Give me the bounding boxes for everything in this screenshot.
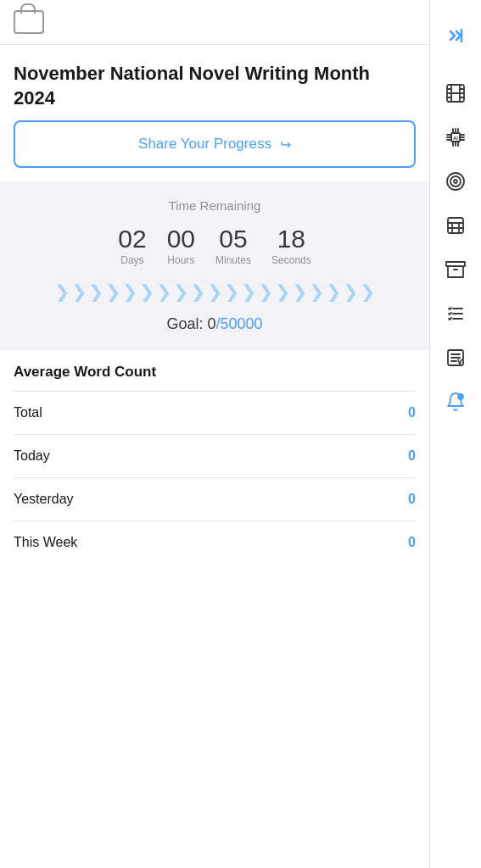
chevron-16: ❯ <box>309 283 324 302</box>
ai-chip-icon[interactable]: AI <box>437 119 474 156</box>
svg-point-26 <box>454 180 457 183</box>
stat-label-total: Total <box>14 405 42 420</box>
stat-row-today: Today 0 <box>14 434 416 477</box>
lock-icon <box>14 10 44 34</box>
goal-separator-target: /50000 <box>215 315 262 332</box>
stat-row-this-week: This Week 0 <box>14 520 416 564</box>
timer-seconds-label: Seconds <box>271 254 311 266</box>
stats-list: Total 0 Today 0 Yesterday 0 This Week 0 <box>0 391 429 564</box>
svg-point-41 <box>458 394 463 399</box>
avg-word-count-title: Average Word Count <box>14 364 416 381</box>
sidebar-top <box>430 10 481 61</box>
chevron-18: ❯ <box>343 283 358 302</box>
svg-text:AI: AI <box>453 136 458 141</box>
svg-rect-27 <box>448 218 463 233</box>
chevron-9: ❯ <box>190 283 205 302</box>
share-progress-button[interactable]: Share Your Progress ↪ <box>14 120 416 168</box>
chevron-19: ❯ <box>360 283 375 302</box>
svg-point-24 <box>447 173 464 190</box>
chart-bar-icon[interactable] <box>437 207 474 244</box>
timer-hours-label: Hours <box>167 254 194 266</box>
chevron-17: ❯ <box>326 283 341 302</box>
svg-point-25 <box>450 176 461 186</box>
sidebar: AI <box>430 0 481 868</box>
chevron-11: ❯ <box>224 283 239 302</box>
chevron-7: ❯ <box>156 283 171 302</box>
chevron-5: ❯ <box>122 283 137 302</box>
text-format-icon[interactable] <box>437 339 474 376</box>
goal-prefix-current: Goal: 0 <box>166 315 215 332</box>
timer-hours-value: 00 <box>167 225 195 253</box>
stat-row-yesterday: Yesterday 0 <box>14 477 416 520</box>
dock-right-icon[interactable] <box>437 17 474 54</box>
film-strip-icon[interactable] <box>437 75 474 112</box>
progress-chevrons: ❯ ❯ ❯ ❯ ❯ ❯ ❯ ❯ ❯ ❯ ❯ ❯ ❯ ❯ ❯ ❯ ❯ ❯ ❯ <box>14 283 416 302</box>
top-bar <box>0 0 429 45</box>
timer-days: 02 Days <box>118 225 146 266</box>
timer-minutes-value: 05 <box>219 225 247 253</box>
chevron-10: ❯ <box>207 283 222 302</box>
timer-seconds: 18 Seconds <box>271 225 311 266</box>
archive-icon[interactable] <box>437 251 474 288</box>
checklist-icon[interactable] <box>437 295 474 332</box>
bell-notification-icon[interactable] <box>437 383 474 420</box>
chevron-2: ❯ <box>71 283 87 302</box>
stat-value-total: 0 <box>408 405 416 420</box>
timer-minutes-label: Minutes <box>215 254 251 266</box>
stat-value-this-week: 0 <box>408 535 416 550</box>
chevron-6: ❯ <box>139 283 154 302</box>
stat-row-total: Total 0 <box>14 391 416 434</box>
avg-word-count-section: Average Word Count <box>0 350 429 391</box>
stat-label-yesterday: Yesterday <box>14 492 74 507</box>
chevron-1: ❯ <box>54 283 70 302</box>
timer-seconds-value: 18 <box>277 225 305 253</box>
goal-display: Goal: 0/50000 <box>14 315 416 333</box>
timer-label: Time Remaining <box>14 198 416 213</box>
timer-hours: 00 Hours <box>167 225 195 266</box>
share-button-label: Share Your Progress <box>138 136 271 153</box>
chevron-3: ❯ <box>88 283 103 302</box>
chevron-4: ❯ <box>105 283 120 302</box>
chevron-13: ❯ <box>258 283 273 302</box>
chevron-14: ❯ <box>275 283 290 302</box>
timer-days-value: 02 <box>118 225 146 253</box>
chevron-12: ❯ <box>241 283 256 302</box>
stat-value-today: 0 <box>408 448 416 464</box>
stat-value-yesterday: 0 <box>408 492 416 507</box>
title-section: November National Novel Writing Month 20… <box>0 45 429 181</box>
timer-days-label: Days <box>120 254 143 266</box>
main-content: November National Novel Writing Month 20… <box>0 0 430 868</box>
share-icon: ↪ <box>280 136 291 153</box>
stat-label-this-week: This Week <box>14 535 77 550</box>
timer-display: 02 Days 00 Hours 05 Minutes 18 Seconds <box>14 225 416 266</box>
svg-rect-32 <box>446 262 465 266</box>
timer-section: Time Remaining 02 Days 00 Hours 05 Minut… <box>0 181 429 350</box>
timer-minutes: 05 Minutes <box>215 225 251 266</box>
page-title: November National Novel Writing Month 20… <box>14 62 416 110</box>
stat-label-today: Today <box>14 448 50 464</box>
chevron-15: ❯ <box>292 283 307 302</box>
chevron-8: ❯ <box>173 283 188 302</box>
target-icon[interactable] <box>437 163 474 200</box>
